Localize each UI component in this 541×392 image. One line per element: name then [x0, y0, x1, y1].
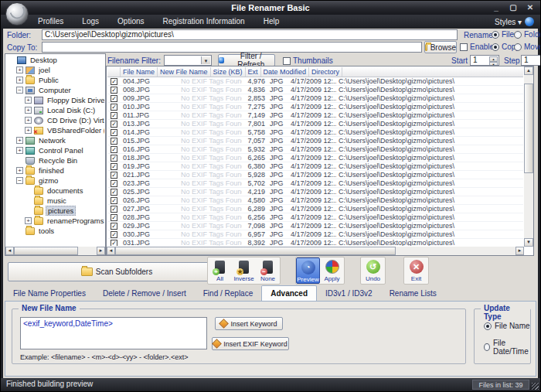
row-checkbox[interactable]: ✓: [111, 223, 117, 230]
thumbnails-checkbox[interactable]: [283, 57, 291, 65]
tree-item-label[interactable]: gizmo: [37, 176, 60, 185]
tree-item-label[interactable]: finished: [37, 166, 66, 175]
tree-item[interactable]: − gizmo: [6, 176, 104, 186]
thumbnails-option[interactable]: Thumbnails: [283, 56, 333, 65]
pattern-textarea[interactable]: <exif_keyword,DateTime>: [20, 317, 207, 349]
styles-menu[interactable]: Styles ▾: [495, 18, 522, 26]
table-row[interactable]: ✓ 011.JPG No EXIF Tags Found 7,149 JPG 4…: [107, 111, 523, 120]
table-row[interactable]: ✓ 018.JPG No EXIF Tags Found 6,265 JPG 4…: [107, 154, 523, 162]
row-checkbox[interactable]: ✓: [111, 206, 117, 213]
tree-horizontal-scrollbar[interactable]: ◄ ►: [5, 247, 105, 255]
exit-button[interactable]: ✕ Exit: [404, 257, 428, 284]
move-option[interactable]: Move: [514, 43, 541, 51]
row-checkbox[interactable]: ✓: [111, 180, 117, 187]
table-row[interactable]: ✓ 031.JPG No EXIF Tags Found 8,392 JPG 4…: [107, 239, 523, 246]
column-header[interactable]: New File Name: [158, 67, 211, 77]
tree-expander[interactable]: +: [16, 147, 23, 154]
tree-item[interactable]: + Floppy Disk Drive (A:): [6, 95, 104, 105]
enable-checkbox[interactable]: [460, 43, 468, 51]
file-name-radio[interactable]: [484, 322, 492, 330]
chevron-down-icon[interactable]: ▼: [201, 56, 210, 64]
close-button[interactable]: ✕: [525, 2, 536, 12]
tree-item-label[interactable]: renamePrograms: [46, 216, 104, 225]
tree-item[interactable]: − Computer: [6, 85, 104, 95]
tree-expander[interactable]: +: [25, 97, 32, 104]
move-radio[interactable]: [514, 43, 522, 51]
scroll-left-icon[interactable]: ◄: [107, 247, 115, 255]
row-checkbox[interactable]: ✓: [111, 129, 117, 136]
tree-item-label[interactable]: Computer: [37, 86, 73, 94]
tree-expander[interactable]: +: [16, 167, 23, 174]
tab[interactable]: File Name Properties: [5, 286, 94, 301]
filter-refresh-button[interactable]: Filter / Refresh: [218, 54, 275, 66]
tree-item[interactable]: + VBSharedFolder (\\vboxsvr) (Z: [6, 125, 104, 135]
tree-item[interactable]: + joel: [6, 65, 104, 75]
table-row[interactable]: ✓ 019.JPG No EXIF Tags Found 6,380 JPG 4…: [107, 162, 523, 171]
row-checkbox[interactable]: ✓: [111, 240, 117, 246]
tree-expander[interactable]: +: [16, 66, 23, 73]
tree-item-label[interactable]: joel: [37, 66, 52, 74]
update-file-datetime-option[interactable]: File Date/Time: [484, 339, 530, 356]
table-row[interactable]: ✓ 015.JPG No EXIF Tags Found 7,057 JPG 4…: [107, 137, 523, 145]
table-row[interactable]: ✓ 008.JPG No EXIF Tags Found 4,836 JPG 4…: [107, 86, 523, 94]
table-row[interactable]: ✓ 021.JPG No EXIF Tags Found 5,928 JPG 4…: [107, 171, 523, 179]
tree-expander[interactable]: −: [16, 87, 23, 94]
row-checkbox[interactable]: ✓: [111, 197, 117, 204]
table-row[interactable]: ✓ 027.JPG No EXIF Tags Found 6,289 JPG 4…: [107, 205, 523, 213]
tab[interactable]: Find / Replace: [195, 286, 261, 301]
select-inverse-button[interactable]: ★ Inverse: [232, 257, 256, 284]
undo-button[interactable]: ↺ Undo: [361, 257, 385, 284]
tree-item-label[interactable]: Desktop: [29, 56, 59, 64]
folders-radio[interactable]: [514, 31, 522, 39]
row-checkbox[interactable]: ✓: [111, 138, 117, 145]
tree-item[interactable]: + Network: [6, 135, 104, 145]
tree-item-label[interactable]: VBSharedFolder (\\vboxsvr) (Z: [46, 126, 104, 135]
rename-folders-option[interactable]: Folders: [514, 30, 541, 39]
tab[interactable]: ID3v1 / ID3v2: [317, 286, 381, 301]
tree-item-label[interactable]: Public: [37, 76, 60, 84]
insert-keyword-button[interactable]: Insert Keyword: [215, 317, 283, 330]
table-row[interactable]: ✓ 013.JPG No EXIF Tags Found 7,801 JPG 4…: [107, 120, 523, 128]
tree-item[interactable]: Desktop: [6, 55, 104, 65]
table-row[interactable]: ✓ 025.JPG No EXIF Tags Found 4,219 JPG 4…: [107, 188, 523, 196]
tree-item-label[interactable]: Local Disk (C:): [46, 106, 97, 114]
tab[interactable]: Rename Lists: [381, 286, 445, 301]
tab[interactable]: Advanced: [261, 285, 317, 301]
table-row[interactable]: ✓ 016.JPG No EXIF Tags Found 5,932 JPG 4…: [107, 145, 523, 154]
tree-item[interactable]: + renamePrograms: [6, 216, 104, 226]
tree-item-label[interactable]: Floppy Disk Drive (A:): [46, 96, 104, 104]
select-none-button[interactable]: − None: [256, 257, 280, 284]
table-row[interactable]: ✓ 010.JPG No EXIF Tags Found 7,275 JPG 4…: [107, 103, 523, 111]
table-row[interactable]: ✓ 028.JPG No EXIF Tags Found 6,256 JPG 4…: [107, 213, 523, 222]
scroll-up-icon[interactable]: ▲: [524, 66, 533, 75]
menu-item[interactable]: Options: [108, 17, 153, 26]
row-checkbox[interactable]: ✓: [111, 163, 117, 170]
tree-item[interactable]: tools: [6, 226, 104, 236]
row-checkbox[interactable]: ✓: [111, 112, 117, 119]
row-checkbox[interactable]: ✓: [111, 78, 117, 85]
row-checkbox[interactable]: ✓: [111, 146, 117, 153]
start-input[interactable]: 1 ▲▼: [470, 55, 499, 66]
menu-item[interactable]: Registration Information: [154, 17, 254, 26]
menu-item[interactable]: Logs: [73, 17, 108, 26]
file-datetime-radio[interactable]: [484, 343, 490, 351]
filename-filter-select[interactable]: ▼: [164, 55, 212, 66]
title-bar[interactable]: File Renamer Basic _ ▢ ✕: [1, 1, 540, 15]
table-row[interactable]: ✓ 030.JPG No EXIF Tags Found 6,957 JPG 4…: [107, 230, 523, 239]
tree-item[interactable]: + finished: [6, 165, 104, 176]
tree-item[interactable]: documents: [6, 186, 104, 196]
tab[interactable]: Delete / Remove / Insert: [94, 286, 195, 301]
copyto-input[interactable]: [42, 42, 422, 53]
table-vscroll-thumb[interactable]: [524, 84, 533, 173]
select-all-button[interactable]: + All: [208, 257, 232, 284]
column-header[interactable]: Size (KB): [211, 67, 246, 77]
tree-item-label[interactable]: documents: [46, 186, 84, 195]
tree-item[interactable]: + Control Panel: [6, 145, 104, 155]
step-input[interactable]: 1 ▲▼: [521, 55, 541, 66]
tree-item-label[interactable]: tools: [37, 227, 56, 235]
minimize-button[interactable]: _: [491, 2, 502, 12]
column-header[interactable]: File Name: [121, 67, 158, 77]
preview-button[interactable]: ◔ Preview: [296, 257, 320, 284]
tree-item[interactable]: pictures: [6, 206, 104, 216]
scroll-left-icon[interactable]: ◄: [5, 247, 14, 255]
